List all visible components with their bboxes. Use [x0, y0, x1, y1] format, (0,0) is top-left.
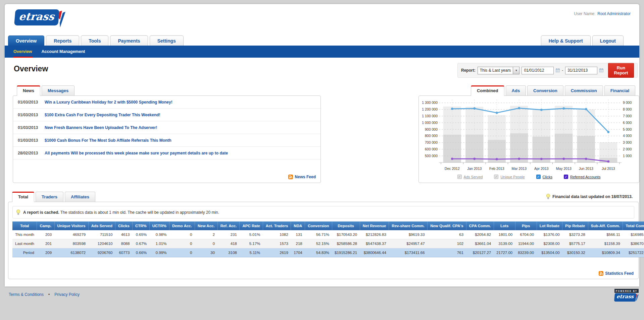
- cell: 203: [37, 230, 54, 239]
- tab-affiliates[interactable]: Affiliates: [65, 192, 95, 202]
- tab-messages[interactable]: Messages: [42, 85, 75, 95]
- main-nav-tabs: Overview Reports Tools Payments Settings: [8, 36, 185, 47]
- cell: $547438.37: [360, 239, 389, 248]
- news-link[interactable]: New Fresh Banners Have Been Uploaded To …: [45, 125, 157, 130]
- column-header: Pips: [515, 221, 537, 230]
- cell: 102: [428, 239, 466, 248]
- tab-logout[interactable]: Logout: [592, 36, 624, 47]
- chevron-down-icon[interactable]: ▼: [513, 67, 519, 74]
- cell: $2054.82: [466, 230, 494, 239]
- news-link[interactable]: $100 Extra Cash For Every Depositing Tra…: [45, 113, 160, 117]
- cell: $258586.28: [332, 239, 360, 248]
- report-range-select[interactable]: This & Last years ▼: [478, 67, 520, 74]
- column-header: Sub-Aff. Comm.: [588, 221, 623, 230]
- privacy-link[interactable]: Privacy Policy: [54, 292, 80, 297]
- cell: 1.01%: [149, 239, 169, 248]
- date-from-input[interactable]: [522, 67, 554, 74]
- column-header: Unique Visitors: [54, 221, 88, 230]
- cell: 3139.00: [494, 239, 515, 248]
- news-item: 01/03/2013New Fresh Banners Have Been Up…: [13, 121, 320, 134]
- statistics-feed-link[interactable]: Statistics Feed: [599, 271, 634, 276]
- cell: $3273.28: [562, 230, 588, 239]
- etrass-logo: etrass: [15, 9, 65, 27]
- checkbox-icon[interactable]: ✓: [457, 175, 462, 179]
- cell: $10809.34: [588, 248, 623, 257]
- date-to-input[interactable]: [565, 67, 597, 74]
- tab-tools[interactable]: Tools: [81, 36, 108, 47]
- tab-conversion[interactable]: Conversion: [527, 85, 563, 95]
- subnav-item-overview[interactable]: Overview: [13, 49, 32, 54]
- cache-notice-bold: A report is cached.: [23, 210, 59, 215]
- stats-box: A report is cached. The statistics data …: [8, 202, 639, 279]
- legend-label[interactable]: Ads Served: [464, 175, 483, 179]
- column-header: Act. Traders: [263, 221, 291, 230]
- news-item: 01/03/2013$100 Extra Cash For Every Depo…: [13, 109, 320, 121]
- x-axis-label: Jan 2013: [467, 167, 482, 171]
- checkbox-icon[interactable]: ✓: [494, 175, 498, 179]
- cache-notice: A report is cached. The statistics data …: [12, 206, 634, 218]
- legend-item-clicks[interactable]: ✓Clicks: [536, 175, 552, 179]
- column-header: Ref. Acc.: [217, 221, 240, 230]
- column-header: Conversion: [305, 221, 332, 230]
- cell: $3800646.44: [360, 248, 389, 257]
- lightbulb-icon: [16, 209, 20, 215]
- cell: $251722.26: [623, 248, 644, 257]
- cell: 0: [195, 239, 217, 248]
- tab-news[interactable]: News: [17, 85, 40, 96]
- stats-panel-tabs: Total Traders Affiliates: [8, 192, 639, 202]
- news-list-box: 01/03/2013Win a Luxury Caribbean Holiday…: [13, 95, 321, 183]
- column-header: New Qualif. CPA's: [428, 221, 466, 230]
- tab-total[interactable]: Total: [12, 192, 34, 202]
- report-label: Report:: [461, 68, 476, 73]
- cell: 1704: [291, 248, 305, 257]
- run-report-button[interactable]: Run Report: [608, 63, 634, 78]
- news-feed-link[interactable]: News Feed: [288, 175, 316, 179]
- legend-label[interactable]: Clicks: [543, 175, 552, 179]
- tab-commission[interactable]: Commission: [565, 85, 603, 95]
- chart-box: 500 000600 000700 000800 000900 0001 000…: [418, 95, 639, 183]
- news-item: 28/02/2013All payments Will be processed…: [13, 147, 320, 159]
- row-label: Period: [12, 248, 37, 257]
- legend-label[interactable]: Unique People: [500, 175, 525, 179]
- calendar-icon[interactable]: [599, 68, 603, 73]
- active-subnav-underline: [13, 57, 33, 58]
- powered-etrass-logo: etrass: [614, 293, 636, 302]
- checkbox-icon[interactable]: ✓: [564, 175, 568, 179]
- tab-help-support[interactable]: Help & Support: [541, 36, 591, 47]
- tab-financial[interactable]: Financial: [604, 85, 635, 95]
- user-name-label: User Name:: [574, 11, 595, 16]
- chart-panel: Combined Ads Conversion Commission Finan…: [418, 85, 639, 183]
- column-header: Demo Acc.: [169, 221, 195, 230]
- legend-item-unique-people[interactable]: ✓Unique People: [494, 175, 525, 179]
- news-link[interactable]: Win a Luxury Caribbean Holiday for 2 wit…: [45, 100, 172, 105]
- x-axis-label: Apr 2013: [534, 167, 549, 171]
- tab-traders[interactable]: Traders: [36, 192, 63, 202]
- tab-settings[interactable]: Settings: [150, 36, 184, 47]
- cell: 5.17%: [240, 239, 263, 248]
- row-label: Last month: [12, 239, 37, 248]
- tab-ads[interactable]: Ads: [506, 85, 526, 95]
- legend-item-referred-accounts[interactable]: ✓Referred Accounts: [564, 175, 601, 179]
- tab-combined[interactable]: Combined: [471, 85, 504, 96]
- cell: 11944.00: [515, 239, 537, 248]
- news-link[interactable]: All payments Will be processed this week…: [45, 151, 228, 155]
- cell: 83239.00: [515, 248, 537, 257]
- tab-reports[interactable]: Reports: [46, 36, 79, 47]
- tab-overview[interactable]: Overview: [8, 36, 44, 47]
- terms-link[interactable]: Terms & Conditions: [9, 292, 44, 297]
- checkbox-icon[interactable]: ✓: [536, 175, 541, 179]
- svg-text:2 000: 2 000: [623, 147, 632, 151]
- cell: $173411.66: [389, 248, 428, 257]
- cache-notice-rest: The statistics data is about 1 min old. …: [59, 210, 219, 215]
- tab-payments[interactable]: Payments: [110, 36, 148, 47]
- legend-label[interactable]: Referred Accounts: [570, 175, 601, 179]
- cell: 0: [169, 248, 195, 257]
- subnav-item-account-management[interactable]: Account Management: [42, 49, 85, 54]
- page-title: Overview: [14, 64, 48, 73]
- news-link[interactable]: $1000 Cash Bonus For The Most Sub Affiia…: [45, 138, 171, 143]
- calendar-icon[interactable]: [556, 68, 560, 73]
- date-range-separator: -: [562, 68, 563, 73]
- cell: 60773: [115, 248, 132, 257]
- user-name-link[interactable]: Root Administrator: [597, 11, 631, 16]
- legend-item-ads-served[interactable]: ✓Ads Served: [457, 175, 483, 179]
